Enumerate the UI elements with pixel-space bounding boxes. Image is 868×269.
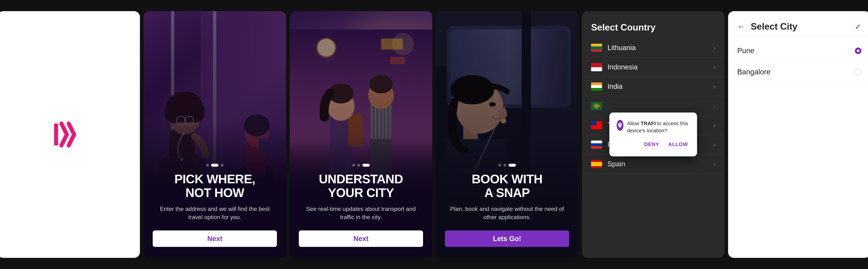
popup-text: Allow TRAFI to access this device's loca… <box>627 120 690 134</box>
screen2-content: PICK WHERE,NOT HOW Enter the address and… <box>144 164 286 258</box>
country-item-lithuania[interactable]: Lithuania › <box>582 38 724 58</box>
city-radio-pune[interactable] <box>855 48 861 54</box>
progress-dots-3 <box>299 164 423 167</box>
city-name-pune: Pune <box>737 47 855 55</box>
city-item-bangalore[interactable]: Bangalore <box>728 61 868 83</box>
country-name-india: India <box>608 83 713 90</box>
dot <box>498 164 501 167</box>
screen4-content: BOOK WITHA SNAP Plan, book and navigate … <box>436 164 578 258</box>
chevron-right-icon: › <box>713 63 715 71</box>
screen-understand: UNDERSTANDYOUR CITY See real-time update… <box>290 11 432 258</box>
screen4-title: BOOK WITHA SNAP <box>445 172 569 200</box>
screen4-subtitle: Plan, book and navigate without the need… <box>445 205 569 221</box>
chevron-right-icon: › <box>713 122 715 129</box>
dot <box>352 164 355 167</box>
screen3-content: UNDERSTANDYOUR CITY See real-time update… <box>290 164 432 258</box>
screen3-title: UNDERSTANDYOUR CITY <box>299 172 423 200</box>
country-name-indonesia: Indonesia <box>608 63 713 71</box>
logo-container <box>51 120 87 149</box>
screen-book: BOOK WITHA SNAP Plan, book and navigate … <box>436 11 578 258</box>
checkmark-icon[interactable]: ✓ <box>855 22 861 31</box>
dot <box>503 164 506 167</box>
screen2-subtitle: Enter the address and we will find the b… <box>153 205 277 221</box>
screen-select-city: ← Select City ✓ Pune Bangalore <box>728 11 868 258</box>
country-item-india[interactable]: India › <box>582 77 724 96</box>
chevron-right-icon: › <box>713 83 715 90</box>
progress-dots-2 <box>153 164 277 167</box>
allow-button[interactable]: ALLOW <box>666 140 690 149</box>
select-city-title: Select City <box>751 21 849 32</box>
dot-active <box>363 164 370 167</box>
city-list: Pune Bangalore <box>728 36 868 258</box>
dot-active <box>508 164 516 167</box>
select-country-header: Select Country <box>582 11 724 38</box>
lets-go-button[interactable]: Lets Go! <box>445 231 569 247</box>
map-pin-icon <box>617 122 623 128</box>
trafi-logo <box>51 120 87 149</box>
flag-russia <box>591 141 602 149</box>
next-button-2[interactable]: Next <box>153 231 277 247</box>
chevron-right-icon: › <box>713 160 715 168</box>
svg-rect-0 <box>54 123 58 146</box>
select-city-header: ← Select City ✓ <box>728 11 868 36</box>
chevron-right-icon: › <box>713 102 715 110</box>
screen2-title: PICK WHERE,NOT HOW <box>153 172 277 200</box>
city-name-bangalore: Bangalore <box>737 68 855 76</box>
chevron-right-icon: › <box>713 44 715 52</box>
city-item-pune[interactable]: Pune <box>728 40 868 61</box>
flag-taiwan <box>591 121 602 129</box>
screen-logo <box>0 11 140 258</box>
country-item-spain[interactable]: Spain › <box>582 154 724 174</box>
dot <box>206 164 209 167</box>
screen-select-country: Select Country Lithuania › Indonesia <box>582 11 724 258</box>
city-radio-bangalore[interactable] <box>855 69 861 75</box>
dot <box>357 164 360 167</box>
screen3-subtitle: See real-time updates about transport an… <box>299 205 423 221</box>
location-icon <box>617 120 623 131</box>
next-button-3[interactable]: Next <box>299 231 423 247</box>
dot <box>221 164 224 167</box>
back-arrow-icon[interactable]: ← <box>737 22 745 31</box>
location-permission-popup: Allow TRAFI to access this device's loca… <box>609 113 697 156</box>
screen-pick-where: PICK WHERE,NOT HOW Enter the address and… <box>144 11 286 258</box>
country-item-indonesia[interactable]: Indonesia › <box>582 58 724 77</box>
chevron-right-icon: › <box>713 141 715 149</box>
country-name-spain: Spain <box>608 160 713 168</box>
deny-button[interactable]: DENY <box>643 140 661 149</box>
flag-indonesia <box>591 63 602 71</box>
flag-spain <box>591 160 602 168</box>
progress-dots-4 <box>445 164 569 167</box>
flag-lithuania <box>591 44 602 52</box>
flag-brazil <box>591 102 602 110</box>
dot-active <box>211 164 218 167</box>
flag-india <box>591 82 602 91</box>
popup-actions: DENY ALLOW <box>617 138 690 149</box>
country-name-lithuania: Lithuania <box>608 44 713 52</box>
